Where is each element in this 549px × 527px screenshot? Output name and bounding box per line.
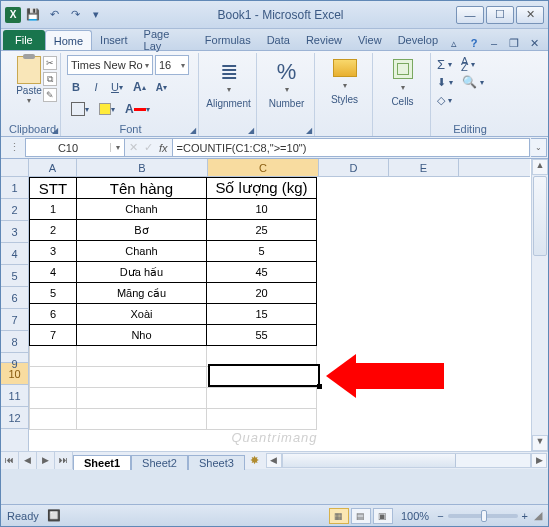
group-cells[interactable]: ▾ Cells — [375, 53, 431, 136]
cell[interactable] — [77, 367, 207, 388]
scroll-down-icon[interactable]: ▼ — [532, 435, 548, 451]
cell[interactable]: Xoài — [77, 304, 207, 325]
select-all-corner[interactable] — [1, 159, 29, 177]
scroll-up-icon[interactable]: ▲ — [532, 159, 548, 175]
cell[interactable]: 2 — [30, 220, 77, 241]
tab-page-layout[interactable]: Page Lay — [136, 30, 197, 50]
sort-filter-icon[interactable]: AZ — [461, 58, 468, 70]
autosum-icon[interactable]: Σ — [437, 57, 445, 72]
fill-handle[interactable] — [317, 384, 322, 389]
cell[interactable]: 15 — [207, 304, 317, 325]
sheet-nav-last-icon[interactable]: ⏭ — [55, 452, 73, 469]
border-button[interactable]: ▾ — [67, 99, 93, 119]
row-header[interactable]: 3 — [1, 221, 28, 243]
bold-button[interactable]: B — [67, 77, 85, 97]
cell[interactable] — [30, 346, 77, 367]
cell[interactable]: 25 — [207, 220, 317, 241]
doc-close-icon[interactable]: ✕ — [526, 37, 542, 50]
cell[interactable] — [317, 220, 387, 241]
tab-view[interactable]: View — [350, 30, 390, 50]
cut-icon[interactable]: ✂ — [43, 56, 57, 70]
cell[interactable] — [387, 304, 457, 325]
view-page-layout-icon[interactable]: ▤ — [351, 508, 371, 524]
cell[interactable]: 20 — [207, 283, 317, 304]
col-header-e[interactable]: E — [389, 159, 459, 176]
cell[interactable] — [207, 346, 317, 367]
group-alignment[interactable]: ≣ ▾ Alignment ◢ — [201, 53, 257, 136]
undo-button[interactable]: ↶ — [45, 6, 63, 24]
fill-color-button[interactable]: ▾ — [95, 99, 119, 119]
file-tab[interactable]: File — [3, 30, 45, 50]
cell[interactable] — [387, 241, 457, 262]
view-page-break-icon[interactable]: ▣ — [373, 508, 393, 524]
cell[interactable]: 5 — [207, 241, 317, 262]
cell[interactable] — [77, 346, 207, 367]
formula-expand-icon[interactable]: ⌄ — [531, 138, 547, 157]
cell[interactable]: 4 — [30, 262, 77, 283]
cell[interactable] — [207, 388, 317, 409]
doc-min-icon[interactable]: – — [486, 37, 502, 50]
macro-record-icon[interactable]: 🔲 — [47, 509, 61, 522]
col-header-b[interactable]: B — [77, 159, 208, 176]
find-icon[interactable]: 🔍 — [462, 75, 477, 89]
zoom-out-icon[interactable]: − — [437, 510, 443, 522]
font-launcher-icon[interactable]: ◢ — [190, 126, 196, 135]
cell[interactable]: 55 — [207, 325, 317, 346]
zoom-in-icon[interactable]: + — [522, 510, 528, 522]
row-header[interactable]: 6 — [1, 287, 28, 309]
cell[interactable]: Măng cầu — [77, 283, 207, 304]
cell[interactable]: Nho — [77, 325, 207, 346]
cell-c10[interactable]: 6 — [207, 367, 317, 388]
sheet-tab-3[interactable]: Sheet3 — [188, 455, 245, 470]
minimize-button[interactable]: — — [456, 6, 484, 24]
hscroll-thumb[interactable] — [283, 454, 456, 467]
enter-formula-icon[interactable]: ✓ — [144, 141, 153, 154]
cell[interactable] — [387, 178, 457, 199]
formula-input[interactable]: =COUNTIF(C1:C8,">=10") — [173, 138, 530, 157]
hscroll-track[interactable] — [282, 453, 531, 468]
format-painter-icon[interactable]: ✎ — [43, 88, 57, 102]
shrink-font-button[interactable]: A▾ — [152, 77, 171, 97]
cell[interactable]: Bơ — [77, 220, 207, 241]
cell[interactable]: 45 — [207, 262, 317, 283]
cell[interactable]: 10 — [207, 199, 317, 220]
tab-formulas[interactable]: Formulas — [197, 30, 259, 50]
new-sheet-icon[interactable]: ✸ — [245, 452, 265, 469]
underline-button[interactable]: U▾ — [107, 77, 127, 97]
namebox-dropdown-icon[interactable]: ▾ — [110, 143, 124, 152]
sheet-tab-2[interactable]: Sheet2 — [131, 455, 188, 470]
sheet-nav-next-icon[interactable]: ▶ — [37, 452, 55, 469]
font-size-combo[interactable]: 16▾ — [155, 55, 189, 75]
row-header[interactable]: 1 — [1, 177, 28, 199]
scroll-right-icon[interactable]: ▶ — [531, 453, 547, 468]
tab-data[interactable]: Data — [259, 30, 298, 50]
insert-function-icon[interactable]: fx — [159, 142, 168, 154]
vscroll-thumb[interactable] — [533, 176, 547, 256]
qat-dropdown[interactable]: ▾ — [87, 6, 105, 24]
resize-grip-icon[interactable]: ◢ — [534, 509, 542, 522]
row-header[interactable]: 11 — [1, 385, 28, 407]
cell[interactable] — [317, 262, 387, 283]
cell[interactable]: Dưa hấu — [77, 262, 207, 283]
horizontal-scrollbar[interactable]: ◀ ▶ — [265, 452, 548, 469]
namebox-drag-icon[interactable]: ⋮ — [4, 141, 24, 154]
tab-review[interactable]: Review — [298, 30, 350, 50]
col-header-c[interactable]: C — [208, 159, 319, 176]
help-icon[interactable]: ? — [466, 37, 482, 50]
cell[interactable]: Chanh — [77, 199, 207, 220]
zoom-thumb[interactable] — [481, 510, 487, 522]
font-color-button[interactable]: A▾ — [121, 99, 154, 119]
alignment-launcher-icon[interactable]: ◢ — [248, 126, 254, 135]
row-header[interactable]: 4 — [1, 243, 28, 265]
cell[interactable] — [317, 283, 387, 304]
grow-font-button[interactable]: A▴ — [129, 77, 150, 97]
cell[interactable] — [387, 283, 457, 304]
cell[interactable] — [387, 409, 457, 430]
clear-icon[interactable]: ◇ — [437, 94, 445, 107]
scroll-left-icon[interactable]: ◀ — [266, 453, 282, 468]
header-qty[interactable]: Số lượng (kg) — [207, 178, 317, 199]
cell[interactable] — [207, 409, 317, 430]
sheet-tab-1[interactable]: Sheet1 — [73, 455, 131, 470]
name-box[interactable]: ⋮ C10 ▾ — [25, 138, 125, 157]
sheet-nav-prev-icon[interactable]: ◀ — [19, 452, 37, 469]
